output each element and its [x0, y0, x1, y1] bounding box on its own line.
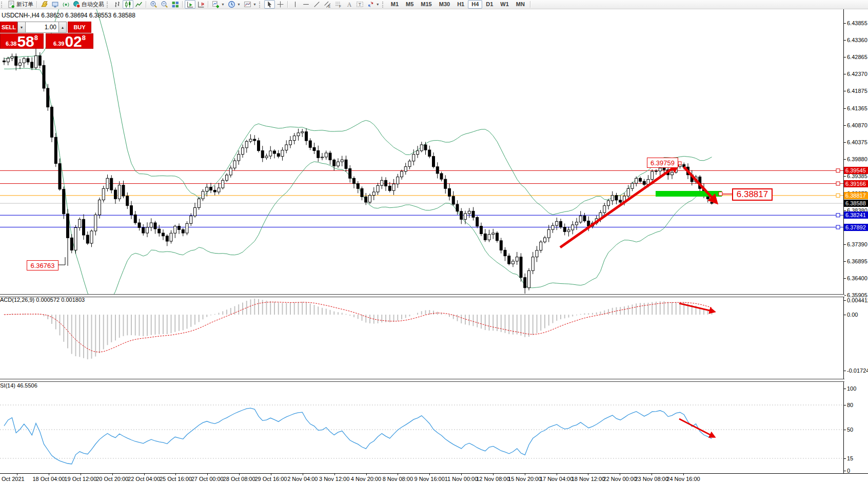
- signals-button[interactable]: [61, 0, 71, 9]
- horizontal-line-button[interactable]: [301, 0, 311, 9]
- periods-icon: [228, 1, 235, 8]
- auto-scroll-button[interactable]: [185, 0, 195, 9]
- trendline-button[interactable]: [311, 0, 322, 9]
- buy-button[interactable]: BUY: [68, 22, 91, 33]
- templates-button[interactable]: ▼: [242, 0, 258, 9]
- svg-text:E: E: [328, 5, 330, 8]
- price-axis-tick: 6.36400: [844, 275, 867, 282]
- tick-label: 6.36400: [847, 275, 867, 282]
- zoom-in-button[interactable]: [148, 0, 159, 9]
- toolbar-grip: [1, 2, 4, 8]
- sell-button[interactable]: SELL: [0, 22, 17, 33]
- annotation-anchor-square[interactable]: [719, 192, 722, 196]
- toolbar-grip: [259, 2, 262, 8]
- candlestick: [86, 235, 89, 243]
- level-line-handle[interactable]: [836, 194, 840, 197]
- macd-panel-canvas[interactable]: [0, 296, 843, 379]
- tick-label: 0.00: [847, 311, 858, 318]
- price-axis[interactable]: 6.438556.433606.428656.423706.418756.413…: [843, 9, 868, 473]
- timeframe-w1-button[interactable]: W1: [497, 0, 512, 9]
- indicators-button[interactable]: ▼: [210, 0, 226, 9]
- buy-price-tile[interactable]: 6.39028: [46, 33, 93, 49]
- tick-label: 6.40375: [847, 139, 867, 146]
- tile-windows-button[interactable]: [170, 0, 181, 9]
- terminal-button[interactable]: [50, 0, 61, 9]
- zoom-out-button[interactable]: [159, 0, 170, 9]
- candlestick: [424, 145, 427, 150]
- level-line-handle[interactable]: [836, 225, 840, 229]
- new-order-button[interactable]: 新订单: [6, 0, 35, 9]
- annotation-peak-price-label[interactable]: 6.39759: [647, 158, 678, 168]
- time-axis-label: 4 Nov 20:00: [351, 476, 381, 482]
- annotation-support-price-label[interactable]: 6.38817: [732, 188, 773, 201]
- panel-divider[interactable]: [0, 379, 844, 382]
- candlestick: [655, 171, 658, 171]
- candlestick: [381, 180, 383, 185]
- rsi-down-arrow[interactable]: [679, 419, 714, 437]
- candlestick: [615, 196, 618, 200]
- candlestick: [611, 196, 614, 201]
- downtrend-arrow[interactable]: [684, 167, 716, 202]
- bar-chart-button[interactable]: [112, 0, 123, 9]
- main-chart-canvas[interactable]: [0, 9, 843, 294]
- sell-price-tile[interactable]: 6.38588: [0, 33, 44, 49]
- panel-divider[interactable]: [0, 294, 844, 297]
- toolbar-separator: [208, 1, 209, 8]
- timeframe-m5-button[interactable]: M5: [402, 0, 417, 9]
- tick-label: 6.40870: [847, 122, 867, 129]
- tick-label: 6.42865: [847, 53, 867, 61]
- time-tick-mark: [144, 474, 145, 475]
- gold-icon: [41, 1, 48, 8]
- candlestick: [619, 200, 622, 202]
- market-watch-button[interactable]: [39, 0, 50, 9]
- text-label-button[interactable]: T: [354, 0, 365, 9]
- annotation-anchor-square[interactable]: [678, 162, 681, 165]
- annotation-low-price-label[interactable]: 6.36763: [27, 260, 58, 271]
- level-line-handle[interactable]: [836, 169, 840, 172]
- price-axis-tick: 6.40870: [844, 122, 867, 129]
- candlestick: [186, 223, 188, 233]
- chart-shift-button[interactable]: [195, 0, 206, 9]
- candlestick: [190, 216, 192, 224]
- time-tick-mark: [398, 474, 398, 475]
- candlestick: [265, 156, 268, 158]
- volume-decrease-button[interactable]: ▾: [17, 22, 26, 33]
- candlestick: [198, 199, 200, 207]
- time-axis-label: 9 Nov 16:00: [415, 476, 445, 482]
- level-line-handle[interactable]: [836, 214, 840, 217]
- candlestick: [643, 181, 645, 184]
- tick-mark: [844, 278, 846, 279]
- vertical-line-button[interactable]: [290, 0, 301, 9]
- text-button[interactable]: A: [344, 0, 354, 9]
- price-axis-tick: 50: [844, 426, 853, 433]
- cursor-button[interactable]: [264, 0, 275, 9]
- timeframe-m1-button[interactable]: M1: [387, 0, 402, 9]
- fibonacci-button[interactable]: F: [333, 0, 344, 9]
- candlestick: [496, 233, 499, 241]
- timeframe-mn-button[interactable]: MN: [512, 0, 528, 9]
- equidistant-channel-button[interactable]: E: [322, 0, 333, 9]
- candlestick: [540, 242, 542, 250]
- line-chart-button[interactable]: [133, 0, 144, 9]
- level-line-handle[interactable]: [836, 182, 840, 185]
- volume-input[interactable]: [26, 22, 58, 33]
- rsi-indicator-label: SI(14) 46.5506: [0, 382, 37, 389]
- one-click-trading-panel: SELL ▾ ▴ BUY 6.38588 6.39028: [0, 22, 93, 49]
- timeframe-m15-button[interactable]: M15: [417, 0, 435, 9]
- time-axis-label: 28 Oct 08:00: [223, 476, 255, 482]
- tick-mark: [844, 74, 846, 74]
- autotrade-button[interactable]: 自动交易: [71, 0, 106, 9]
- timeframe-h1-button[interactable]: H1: [453, 0, 468, 9]
- volume-increase-button[interactable]: ▴: [58, 22, 67, 33]
- timeframe-d1-button[interactable]: D1: [482, 0, 497, 9]
- time-axis[interactable]: Oct 202118 Oct 04:0019 Oct 12:0020 Oct 2…: [0, 473, 868, 483]
- time-axis-label: 18 Nov 12:00: [571, 476, 605, 482]
- crosshair-button[interactable]: [275, 0, 286, 9]
- candlestick: [94, 215, 97, 231]
- timeframe-m30-button[interactable]: M30: [436, 0, 453, 9]
- timeframe-h4-button[interactable]: H4: [468, 0, 482, 9]
- periods-button[interactable]: ▼: [226, 0, 242, 9]
- rsi-panel-canvas[interactable]: [0, 381, 843, 473]
- arrows-button[interactable]: ▼: [365, 0, 381, 9]
- candles-chart-button[interactable]: [123, 0, 133, 9]
